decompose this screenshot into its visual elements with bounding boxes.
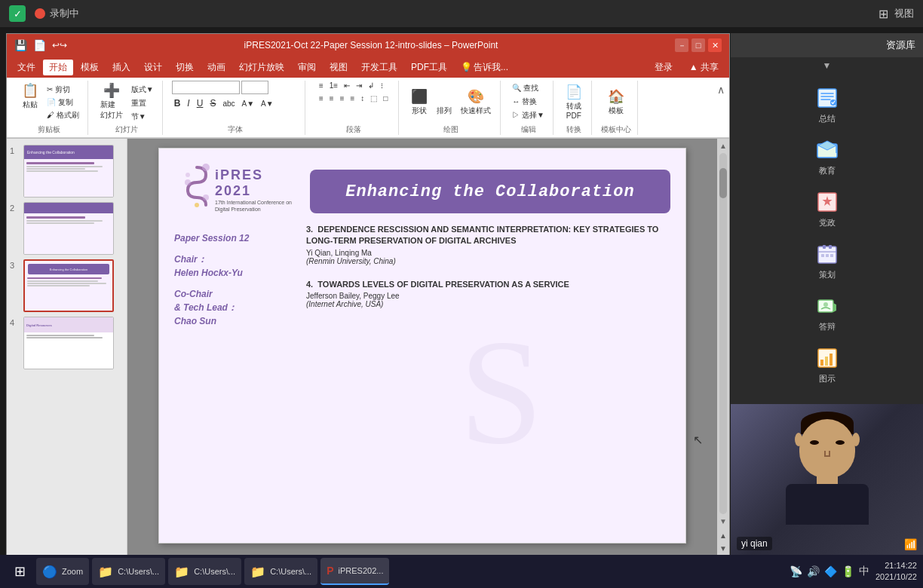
menu-home[interactable]: 开始 [43,60,73,75]
party-icon [814,188,841,216]
align-right[interactable]: ≡ [338,93,347,103]
next-slide-button[interactable]: ▼ [718,543,728,554]
start-button[interactable]: ⊞ [6,559,33,583]
bullets-button[interactable]: ≡ [317,81,326,90]
rp-plan[interactable]: 策划 [734,236,920,285]
rtl-button[interactable]: ↲ [366,81,376,90]
maximize-button[interactable]: □ [691,38,705,52]
menu-template[interactable]: 模板 [75,60,105,75]
menu-login[interactable]: 登录 [649,60,679,75]
reset-button[interactable]: 重置 [129,97,156,109]
arrange-button[interactable]: ⊞ 排列 [434,87,455,118]
slide-thumb-2[interactable]: 2 [10,202,124,255]
menu-animation[interactable]: 动画 [201,60,232,75]
network-icon[interactable]: 📡 [790,565,802,577]
taskbar-explorer-3[interactable]: 📁 C:\Users\... [244,558,317,585]
shapes-button[interactable]: ⬛ 形状 [408,87,431,118]
taskbar-explorer-1[interactable]: 📁 C:\Users\... [92,558,165,585]
italic-button[interactable]: I [185,97,192,109]
copy-button[interactable]: 📄 复制 [44,96,81,109]
paste-button[interactable]: 📋 粘贴 [17,81,43,112]
font-family-input[interactable] [172,81,240,94]
scrollbar-track[interactable] [719,153,727,514]
record-dot [35,8,45,19]
smartart[interactable]: □ [381,93,390,103]
align-left[interactable]: ≡ [317,93,326,103]
pp-taskbar-label: iPRES202... [339,566,384,575]
highlight-button[interactable]: A▼ [259,99,276,109]
scrollbar-thumb[interactable] [719,168,727,198]
text-direction[interactable]: ⬚ [368,93,379,103]
font-size-input[interactable] [241,81,268,94]
title-banner-text: Enhancing the Collaboration [345,182,634,201]
layout-button[interactable]: 版式▼ [129,84,156,96]
close-button[interactable]: ✕ [708,38,722,52]
numbering-button[interactable]: 1≡ [327,81,340,90]
nose [824,451,830,457]
new-slide-button[interactable]: ➕ 新建 幻灯片 [97,81,126,122]
find-button[interactable]: 🔍 查找 [510,82,547,94]
menu-review[interactable]: 审阅 [292,60,322,75]
bluetooth-icon[interactable]: 🔷 [824,565,837,577]
indent-decrease[interactable]: ⇤ [342,81,352,90]
justify[interactable]: ≡ [348,93,357,103]
underline-button[interactable]: U [195,97,206,109]
menu-insert[interactable]: 插入 [106,60,136,75]
menu-slideshow[interactable]: 幻灯片放映 [233,60,290,75]
scrollbar-down[interactable]: ▼ [718,516,728,527]
taskbar-powerpoint[interactable]: P iPRES202... [320,558,389,585]
rp-party[interactable]: 党政 [734,184,920,233]
cols-button[interactable]: ⫶ [378,81,386,90]
rp-summary[interactable]: 总结 [734,80,920,129]
prev-slide-button[interactable]: ▲ [718,530,728,541]
replace-button[interactable]: ↔ 替换 [510,96,547,108]
quickstyle-button[interactable]: 🎨 快速样式 [458,87,494,118]
template-center-button[interactable]: 🏠 模板 [605,81,627,123]
scrollbar-up[interactable]: ▲ [718,140,728,152]
font-size-decrease[interactable]: A▼ [285,83,299,92]
menu-transition[interactable]: 切换 [170,60,200,75]
slide-thumb-4[interactable]: 4 Digital Resources [10,317,124,369]
menu-share[interactable]: ▲ 共享 [683,60,725,75]
slide-img-4: Digital Resources [23,317,114,369]
menu-tell[interactable]: 💡告诉我... [455,60,514,75]
panel-arrow-down[interactable]: ▼ [823,60,832,71]
taskbar-zoom[interactable]: 🔵 Zoom [36,558,89,585]
party-label: 党政 [819,217,836,228]
slide-scrollbar[interactable]: ▲ ▼ ▲ ▼ [717,139,729,556]
chair-label: Chair： [174,253,291,266]
battery-icon[interactable]: 🔋 [842,565,854,577]
select-button[interactable]: ▷ 选择▼ [510,109,547,121]
rp-diagram[interactable]: 图示 [734,340,920,389]
line-spacing[interactable]: ↕ [358,93,366,103]
convert-pdf-button[interactable]: 📄 转成 PDF [563,81,585,123]
minimize-button[interactable]: － [675,38,688,52]
format-painter-button[interactable]: 🖌 格式刷 [44,109,81,121]
ribbon-collapse-button[interactable]: ∧ [717,84,725,96]
cut-button[interactable]: ✂ 剪切 [44,84,81,96]
taskbar-explorer-2[interactable]: 📁 C:\Users\... [168,558,241,585]
slide-thumb-3[interactable]: 3 Enhancing the Collaboration [10,259,124,312]
input-method-icon[interactable]: 中 [859,565,869,578]
sound-icon[interactable]: 🔊 [807,565,820,577]
bold-button[interactable]: B [172,97,183,109]
menu-devtools[interactable]: 开发工具 [355,60,403,75]
menu-design[interactable]: 设计 [138,60,168,75]
rp-defense[interactable]: 答辩 [734,288,920,337]
menu-pdf[interactable]: PDF工具 [405,60,453,75]
subscript-button[interactable]: abc [220,99,237,109]
strikethrough-button[interactable]: S [207,97,218,109]
fontcolor-button[interactable]: A▼ [240,99,257,109]
menu-view[interactable]: 视图 [324,60,354,75]
explorer-2-label: C:\Users\... [194,567,235,576]
font-size-increase[interactable]: A▲ [270,83,284,92]
slide-thumb-1[interactable]: 1 Enhancing the Collaboration [10,145,124,198]
indent-increase[interactable]: ⇥ [354,81,364,90]
rp-education[interactable]: 教育 [734,132,920,181]
slide-main: S [158,148,686,544]
ipres-logo: iPRES 2021 17th International Conference… [174,164,295,213]
section-button[interactable]: 节▼ [129,111,156,123]
view-label[interactable]: 视图 [894,7,914,20]
menu-file[interactable]: 文件 [11,60,41,75]
align-center[interactable]: ≡ [327,93,336,103]
